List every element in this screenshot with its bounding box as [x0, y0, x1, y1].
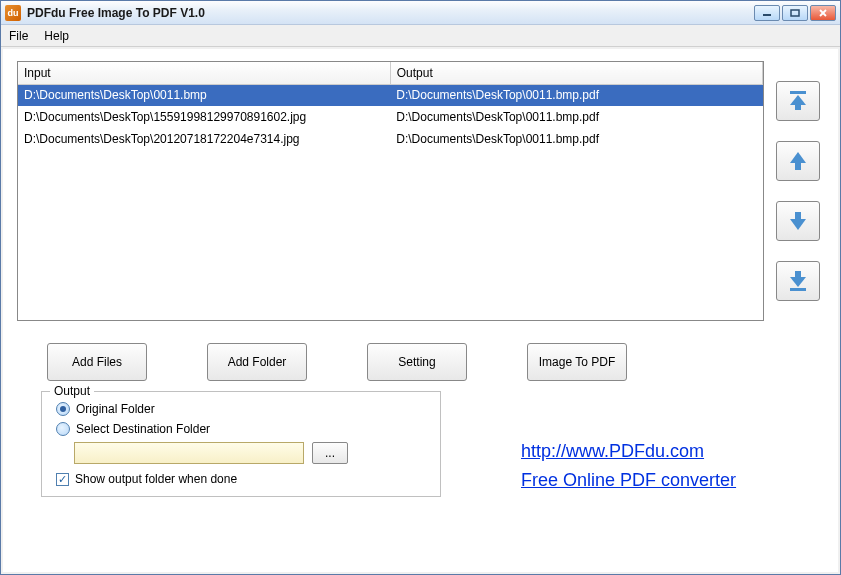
arrow-down-icon	[787, 209, 809, 233]
bottom-area: Output Original Folder Select Destinatio…	[17, 391, 824, 497]
arrow-up-icon	[787, 149, 809, 173]
col-output[interactable]: Output	[390, 62, 762, 84]
svg-marker-5	[790, 95, 806, 105]
svg-rect-9	[795, 212, 801, 220]
col-input[interactable]: Input	[18, 62, 390, 84]
move-up-button[interactable]	[776, 141, 820, 181]
radio-original-folder[interactable]	[56, 402, 70, 416]
move-down-button[interactable]	[776, 201, 820, 241]
svg-rect-4	[790, 91, 806, 94]
setting-button[interactable]: Setting	[367, 343, 467, 381]
svg-rect-13	[790, 288, 806, 291]
table-row[interactable]: D:\Documents\DeskTop\20120718172204e7314…	[18, 128, 763, 150]
path-row: ...	[74, 442, 426, 464]
svg-rect-11	[795, 271, 801, 277]
app-window: du PDFdu Free Image To PDF V1.0 File Hel…	[0, 0, 841, 575]
svg-rect-6	[795, 104, 801, 110]
add-folder-button[interactable]: Add Folder	[207, 343, 307, 381]
show-folder-checkbox[interactable]: ✓	[56, 473, 69, 486]
menu-help[interactable]: Help	[44, 29, 69, 43]
titlebar: du PDFdu Free Image To PDF V1.0	[1, 1, 840, 25]
cell-output: D:\Documents\DeskTop\0011.bmp.pdf	[390, 84, 762, 106]
browse-button[interactable]: ...	[312, 442, 348, 464]
cell-input: D:\Documents\DeskTop\1559199812997089160…	[18, 106, 390, 128]
menubar: File Help	[1, 25, 840, 47]
radio-dest-row[interactable]: Select Destination Folder	[56, 422, 426, 436]
app-icon: du	[5, 5, 21, 21]
svg-rect-1	[791, 10, 799, 16]
svg-marker-10	[790, 219, 806, 230]
cell-output: D:\Documents\DeskTop\0011.bmp.pdf	[390, 106, 762, 128]
arrow-bottom-icon	[787, 269, 809, 293]
cell-input: D:\Documents\DeskTop\20120718172204e7314…	[18, 128, 390, 150]
cell-input: D:\Documents\DeskTop\0011.bmp	[18, 84, 390, 106]
move-top-button[interactable]	[776, 81, 820, 121]
svg-marker-7	[790, 152, 806, 163]
close-button[interactable]	[810, 5, 836, 21]
svg-rect-8	[795, 162, 801, 170]
show-folder-label: Show output folder when done	[75, 472, 237, 486]
tagline-link[interactable]: Free Online PDF converter	[521, 470, 800, 491]
radio-select-destination[interactable]	[56, 422, 70, 436]
destination-path-input[interactable]	[74, 442, 304, 464]
reorder-buttons	[776, 61, 824, 321]
output-legend: Output	[50, 384, 94, 398]
arrow-top-icon	[787, 89, 809, 113]
minimize-button[interactable]	[754, 5, 780, 21]
links-area: http://www.PDFdu.com Free Online PDF con…	[461, 391, 800, 497]
table-row[interactable]: D:\Documents\DeskTop\0011.bmpD:\Document…	[18, 84, 763, 106]
add-files-button[interactable]: Add Files	[47, 343, 147, 381]
cell-output: D:\Documents\DeskTop\0011.bmp.pdf	[390, 128, 762, 150]
window-title: PDFdu Free Image To PDF V1.0	[27, 6, 754, 20]
radio-dest-label: Select Destination Folder	[76, 422, 210, 436]
svg-marker-12	[790, 277, 806, 287]
maximize-button[interactable]	[782, 5, 808, 21]
file-table[interactable]: Input Output D:\Documents\DeskTop\0011.b…	[17, 61, 764, 321]
top-area: Input Output D:\Documents\DeskTop\0011.b…	[17, 61, 824, 321]
radio-original-row[interactable]: Original Folder	[56, 402, 426, 416]
image-to-pdf-button[interactable]: Image To PDF	[527, 343, 627, 381]
radio-original-label: Original Folder	[76, 402, 155, 416]
window-controls	[754, 5, 836, 21]
client-area: Input Output D:\Documents\DeskTop\0011.b…	[3, 49, 838, 572]
table-row[interactable]: D:\Documents\DeskTop\1559199812997089160…	[18, 106, 763, 128]
output-group: Output Original Folder Select Destinatio…	[41, 391, 441, 497]
show-folder-row[interactable]: ✓ Show output folder when done	[56, 472, 426, 486]
action-row: Add Files Add Folder Setting Image To PD…	[17, 321, 824, 391]
site-link[interactable]: http://www.PDFdu.com	[521, 441, 800, 462]
menu-file[interactable]: File	[9, 29, 28, 43]
move-bottom-button[interactable]	[776, 261, 820, 301]
